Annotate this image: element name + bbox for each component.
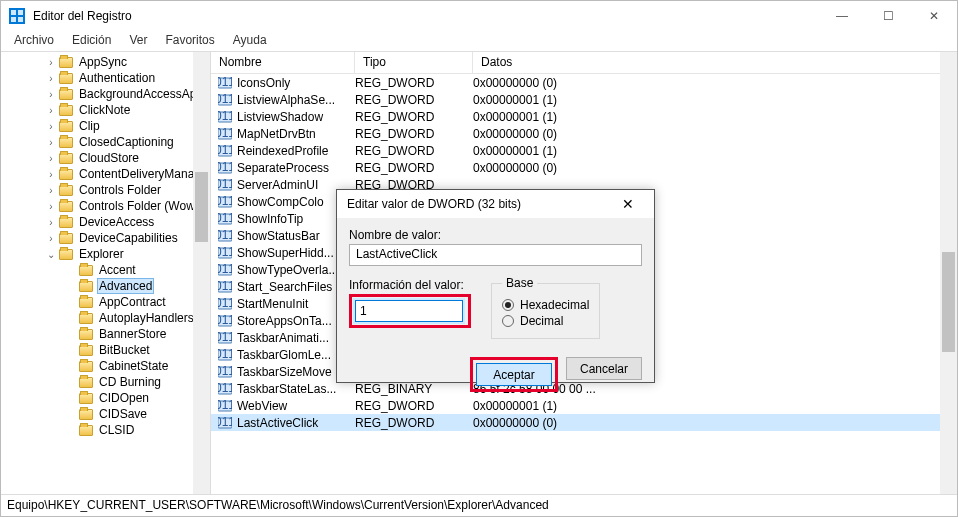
tree-item[interactable]: CD Burning (1, 374, 210, 390)
chevron-right-icon[interactable]: › (45, 104, 57, 116)
menu-help[interactable]: Ayuda (224, 31, 276, 51)
folder-icon (59, 121, 73, 132)
tree-item[interactable]: CIDOpen (1, 390, 210, 406)
menu-edit[interactable]: Edición (63, 31, 120, 51)
tree-item[interactable]: ›ClosedCaptioning (1, 134, 210, 150)
tree-item[interactable]: ›Controls Folder (1, 182, 210, 198)
edit-dword-dialog: Editar valor de DWORD (32 bits) ✕ Nombre… (336, 189, 655, 383)
registry-tree[interactable]: ›AppSync›Authentication›BackgroundAccess… (1, 54, 210, 438)
close-button[interactable]: ✕ (911, 1, 957, 31)
tree-item-label: BitBucket (97, 343, 152, 357)
tree-item[interactable]: Advanced (1, 278, 210, 294)
cell-type: REG_DWORD (355, 399, 473, 413)
tree-item[interactable]: AutoplayHandlers (1, 310, 210, 326)
menu-view[interactable]: Ver (120, 31, 156, 51)
menu-favorites[interactable]: Favoritos (156, 31, 223, 51)
dialog-buttons: Aceptar Cancelar (349, 357, 642, 392)
maximize-button[interactable]: ☐ (865, 1, 911, 31)
radio-dec[interactable]: Decimal (502, 314, 589, 328)
cell-name: IconsOnly (237, 76, 355, 90)
tree-item[interactable]: ›Controls Folder (Wow (1, 198, 210, 214)
list-row[interactable]: 011IconsOnlyREG_DWORD0x00000000 (0) (211, 74, 957, 91)
tree-item-label: ClosedCaptioning (77, 135, 176, 149)
svg-text:011: 011 (218, 110, 232, 123)
col-type[interactable]: Tipo (355, 52, 473, 73)
menu-file[interactable]: Archivo (5, 31, 63, 51)
svg-text:011: 011 (218, 195, 232, 208)
reg-value-icon: 011 (217, 109, 233, 125)
cell-data: 0x00000001 (1) (473, 110, 957, 124)
list-row[interactable]: 011SeparateProcessREG_DWORD0x00000000 (0… (211, 159, 957, 176)
list-row[interactable]: 011ReindexedProfileREG_DWORD0x00000001 (… (211, 142, 957, 159)
chevron-right-icon[interactable]: › (45, 72, 57, 84)
folder-icon (59, 201, 73, 212)
list-row[interactable]: 011MapNetDrvBtnREG_DWORD0x00000000 (0) (211, 125, 957, 142)
value-name-field[interactable]: LastActiveClick (349, 244, 642, 266)
radio-hex[interactable]: Hexadecimal (502, 298, 589, 312)
tree-item-label: Controls Folder (Wow (77, 199, 197, 213)
chevron-right-icon[interactable]: › (45, 56, 57, 68)
folder-icon (79, 425, 93, 436)
cell-type: REG_DWORD (355, 127, 473, 141)
tree-item[interactable]: CIDSave (1, 406, 210, 422)
radio-hex-label: Hexadecimal (520, 298, 589, 312)
chevron-right-icon[interactable]: › (45, 88, 57, 100)
expander-none (65, 408, 77, 420)
list-row[interactable]: 011ListviewAlphaSe...REG_DWORD0x00000001… (211, 91, 957, 108)
tree-item[interactable]: AppContract (1, 294, 210, 310)
reg-value-icon: 011 (217, 415, 233, 431)
svg-text:011: 011 (218, 331, 232, 344)
tree-item[interactable]: ›CloudStore (1, 150, 210, 166)
tree-item[interactable]: ›Clip (1, 118, 210, 134)
svg-text:011: 011 (218, 212, 232, 225)
tree-item-label: Advanced (97, 278, 154, 294)
chevron-right-icon[interactable]: › (45, 200, 57, 212)
accept-button[interactable]: Aceptar (476, 363, 552, 386)
tree-item[interactable]: ›BackgroundAccessAp (1, 86, 210, 102)
col-data[interactable]: Datos (473, 52, 957, 73)
svg-rect-4 (18, 17, 23, 22)
chevron-right-icon[interactable]: › (45, 120, 57, 132)
tree-scroll-thumb[interactable] (195, 172, 208, 242)
tree-item[interactable]: ›Authentication (1, 70, 210, 86)
cell-data: 0x00000000 (0) (473, 416, 957, 430)
tree-item[interactable]: ›DeviceAccess (1, 214, 210, 230)
chevron-right-icon[interactable]: › (45, 136, 57, 148)
reg-value-icon: 011 (217, 194, 233, 210)
tree-item[interactable]: BitBucket (1, 342, 210, 358)
chevron-down-icon[interactable]: ⌄ (45, 248, 57, 260)
tree-item[interactable]: Accent (1, 262, 210, 278)
tree-item-label: Accent (97, 263, 138, 277)
cell-data: 0x00000001 (1) (473, 93, 957, 107)
list-scroll-thumb[interactable] (942, 252, 955, 352)
chevron-right-icon[interactable]: › (45, 184, 57, 196)
col-name[interactable]: Nombre (211, 52, 355, 73)
chevron-right-icon[interactable]: › (45, 152, 57, 164)
tree-item[interactable]: ›DeviceCapabilities (1, 230, 210, 246)
list-row[interactable]: 011LastActiveClickREG_DWORD0x00000000 (0… (211, 414, 957, 431)
tree-item[interactable]: CabinetState (1, 358, 210, 374)
folder-icon (79, 265, 93, 276)
folder-icon (79, 329, 93, 340)
list-row[interactable]: 011ListviewShadowREG_DWORD0x00000001 (1) (211, 108, 957, 125)
svg-rect-1 (11, 10, 16, 15)
chevron-right-icon[interactable]: › (45, 232, 57, 244)
tree-item[interactable]: CLSID (1, 422, 210, 438)
tree-item[interactable]: ⌄Explorer (1, 246, 210, 262)
tree-item[interactable]: ›AppSync (1, 54, 210, 70)
tree-item[interactable]: ›ContentDeliveryMana (1, 166, 210, 182)
minimize-button[interactable]: — (819, 1, 865, 31)
dialog-close-button[interactable]: ✕ (608, 196, 648, 212)
list-scrollbar[interactable] (940, 52, 957, 494)
value-data-input[interactable] (355, 300, 463, 322)
reg-value-icon: 011 (217, 398, 233, 414)
tree-item[interactable]: BannerStore (1, 326, 210, 342)
menu-bar: Archivo Edición Ver Favoritos Ayuda (1, 31, 957, 51)
reg-value-icon: 011 (217, 381, 233, 397)
tree-scrollbar[interactable] (193, 52, 210, 494)
chevron-right-icon[interactable]: › (45, 168, 57, 180)
tree-item[interactable]: ›ClickNote (1, 102, 210, 118)
window-buttons: — ☐ ✕ (819, 1, 957, 31)
chevron-right-icon[interactable]: › (45, 216, 57, 228)
cancel-button[interactable]: Cancelar (566, 357, 642, 380)
